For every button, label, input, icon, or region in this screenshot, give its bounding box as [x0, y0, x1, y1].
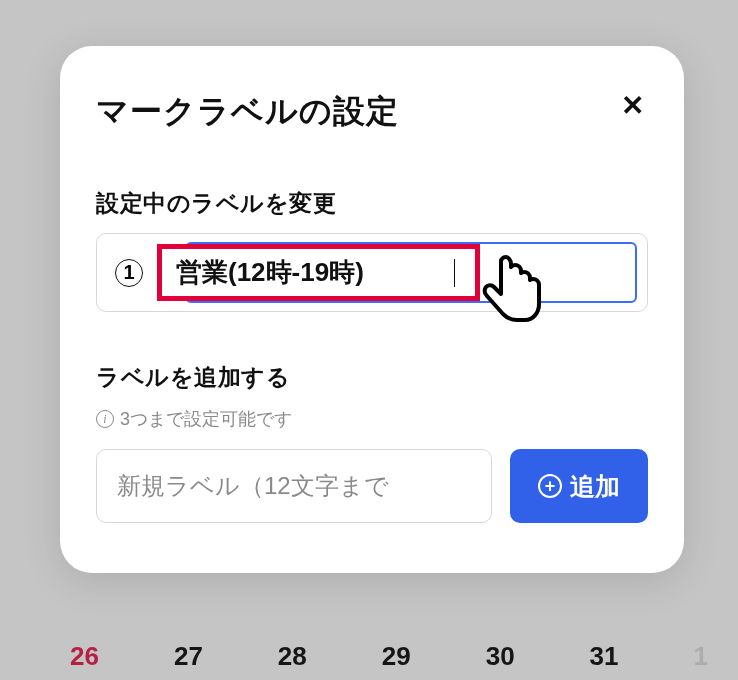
close-icon: ✕: [621, 90, 644, 121]
text-caret: [454, 259, 455, 287]
edit-label-input[interactable]: [176, 257, 456, 288]
add-label-row: + 追加: [96, 449, 648, 523]
close-button[interactable]: ✕: [617, 90, 648, 122]
pointer-cursor-icon: [477, 254, 547, 338]
edit-label-section: 設定中のラベルを変更 1: [96, 188, 648, 312]
label-index-badge: 1: [115, 259, 143, 287]
plus-circle-icon: +: [538, 474, 562, 498]
info-icon: i: [96, 410, 114, 428]
edit-section-heading: 設定中のラベルを変更: [96, 188, 648, 219]
mark-label-settings-modal: マークラベルの設定 ✕ 設定中のラベルを変更 1 ラベルを追加する: [60, 46, 684, 573]
modal-header: マークラベルの設定 ✕: [96, 90, 648, 134]
add-hint-row: i 3つまで設定可能です: [96, 407, 648, 431]
add-hint-text: 3つまで設定可能です: [120, 407, 292, 431]
edit-label-row: 1: [96, 233, 648, 312]
add-button[interactable]: + 追加: [510, 449, 648, 523]
add-label-section: ラベルを追加する i 3つまで設定可能です + 追加: [96, 362, 648, 523]
add-section-heading: ラベルを追加する: [96, 362, 648, 393]
edit-label-highlight: [157, 244, 480, 301]
add-button-label: 追加: [570, 470, 620, 503]
modal-title: マークラベルの設定: [96, 90, 399, 134]
new-label-input[interactable]: [96, 449, 492, 523]
